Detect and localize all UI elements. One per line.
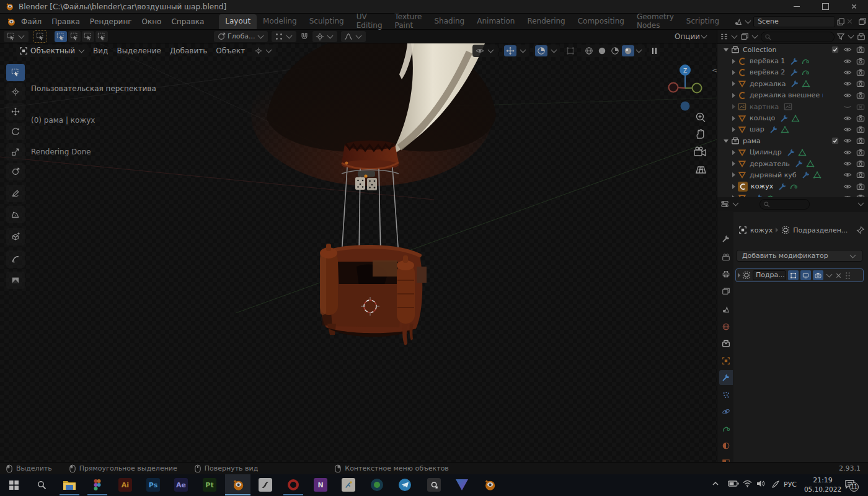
modifier-name-field[interactable]: Подра... (753, 270, 786, 280)
display-cage-toggle[interactable] (788, 270, 799, 280)
tab-render[interactable] (719, 250, 733, 265)
add-modifier-button[interactable]: Добавить модификатор (737, 250, 862, 262)
hide-viewport-icon[interactable] (843, 170, 852, 179)
menu-window[interactable]: Окно (142, 17, 162, 26)
select-mode-intersect-button[interactable] (95, 31, 108, 42)
breadcrumb-object[interactable]: кожух (750, 226, 773, 234)
display-render-toggle[interactable] (813, 270, 823, 280)
outliner-row-object[interactable]: верёвка 2 (717, 67, 868, 78)
pin-icon[interactable] (856, 226, 865, 234)
hidden-viewport-icon[interactable] (843, 102, 852, 111)
shading-material-button[interactable] (609, 45, 621, 56)
scene-selector[interactable]: Scene (734, 16, 853, 27)
hide-viewport-icon[interactable] (843, 45, 852, 54)
hide-viewport-icon[interactable] (843, 68, 852, 77)
shading-solid-button[interactable] (596, 45, 608, 56)
disable-render-icon[interactable] (856, 91, 865, 100)
add-cube-tool[interactable] (6, 228, 25, 246)
maximize-button[interactable] (811, 0, 839, 13)
select-mode-extend-button[interactable] (68, 31, 81, 42)
annotate-tool[interactable] (6, 185, 25, 202)
notification-center-icon[interactable]: 11 (844, 479, 856, 491)
taskbar-icon-painter[interactable]: Pt (202, 477, 217, 492)
tab-compositing[interactable]: Compositing (572, 14, 631, 29)
visibility-dropdown[interactable] (472, 45, 498, 57)
outliner-row-active-object[interactable]: кожух (717, 181, 868, 192)
taskbar-icon-app-gray[interactable] (341, 477, 356, 492)
tray-wifi-icon[interactable] (743, 480, 752, 489)
breadcrumb-modifier[interactable]: Подразделен... (793, 226, 848, 234)
display-realtime-toggle[interactable] (800, 270, 811, 280)
tab-sculpting[interactable]: Sculpting (303, 14, 350, 29)
tab-modeling[interactable]: Modeling (257, 14, 303, 29)
disable-render-icon[interactable] (856, 79, 865, 88)
tab-animation[interactable]: Animation (471, 14, 521, 29)
render-disabled-icon[interactable] (856, 102, 865, 111)
delete-modifier-icon[interactable] (835, 272, 842, 279)
3d-viewport[interactable]: Z < Объектный Вид Выделение Д (0, 43, 717, 462)
taskbar-icon-aftereffects[interactable]: Ae (174, 477, 188, 492)
taskbar-search-icon[interactable] (34, 477, 49, 492)
minimize-button[interactable] (782, 0, 811, 13)
properties-search-input[interactable] (760, 199, 810, 210)
outliner-row-collection[interactable]: Collection (717, 44, 868, 55)
tab-modifiers[interactable] (719, 370, 733, 385)
tray-clock[interactable]: 21:19 05.10.2022 (804, 476, 842, 494)
new-scene-icon[interactable] (836, 17, 845, 26)
select-mode-subtract-button[interactable] (82, 31, 94, 42)
outliner-row-object[interactable]: кольцо (717, 112, 868, 123)
tab-collection[interactable] (719, 336, 733, 351)
collapse-icon[interactable] (724, 140, 728, 143)
modifier-extras-dropdown[interactable] (826, 272, 833, 278)
shading-rendered-button[interactable] (622, 45, 634, 56)
show-gizmo-toggle[interactable] (502, 45, 529, 57)
viewport-menu-select[interactable]: Выделение (117, 46, 161, 55)
move-tool[interactable] (6, 103, 25, 120)
subdivision-modifier-panel[interactable]: Подра... (735, 268, 864, 282)
disable-render-icon[interactable] (856, 182, 865, 191)
collapse-icon[interactable] (724, 48, 728, 51)
taskbar-tile-blender-active[interactable] (225, 474, 250, 496)
exclude-checkbox[interactable] (831, 137, 839, 144)
tab-scripting[interactable]: Scripting (680, 14, 725, 29)
outliner-search-input[interactable] (761, 32, 835, 42)
disable-render-icon[interactable] (856, 57, 865, 66)
taskbar-icon-pureref[interactable] (427, 477, 441, 492)
disable-render-icon[interactable] (856, 114, 865, 123)
disable-render-icon[interactable] (856, 136, 865, 145)
outliner-row-object[interactable]: Цилиндр (717, 147, 868, 158)
taskbar-icon-zbrush[interactable] (258, 477, 273, 492)
expand-icon[interactable] (732, 59, 735, 64)
disable-render-icon[interactable] (856, 68, 865, 77)
tab-material[interactable] (719, 438, 733, 453)
new-collection-icon[interactable] (857, 32, 866, 41)
tray-chevron-icon[interactable] (712, 480, 719, 489)
outliner-row-object[interactable]: держалка внешнее ко (717, 90, 868, 101)
disable-render-icon[interactable] (856, 125, 865, 134)
menu-edit[interactable]: Правка (51, 17, 80, 26)
pause-render-button[interactable] (649, 45, 660, 57)
tab-rendering[interactable]: Rendering (521, 14, 571, 29)
snap-magnet-icon[interactable] (300, 32, 309, 41)
tray-pen-icon[interactable] (771, 480, 780, 490)
outliner-row-object[interactable]: верёвка 1 (717, 55, 868, 66)
hide-viewport-icon[interactable] (843, 125, 852, 134)
transform-orientation-dropdown[interactable]: Глоба... (214, 31, 268, 42)
select-mode-new-button[interactable] (55, 31, 67, 42)
properties-editor-icon[interactable] (720, 200, 729, 208)
taskbar-icon-explorer[interactable] (62, 477, 77, 492)
tray-volume-icon[interactable] (756, 480, 765, 489)
outliner-row-object[interactable]: шар (717, 124, 868, 135)
outliner-row-object[interactable]: держалка (717, 78, 868, 89)
editor-type-icon[interactable] (720, 32, 728, 41)
tab-particles[interactable] (719, 388, 733, 402)
tray-battery-icon[interactable] (728, 480, 739, 489)
tab-layout[interactable]: Layout (219, 14, 257, 29)
active-tool-dropdown[interactable] (4, 31, 29, 42)
select-box-tool[interactable] (6, 64, 25, 81)
menu-render[interactable]: Рендеринг (90, 17, 132, 26)
taskbar-icon-illustrator[interactable]: Ai (118, 477, 133, 492)
viewport-menu-add[interactable]: Добавить (170, 46, 207, 55)
blender-app-menu-icon[interactable] (6, 17, 16, 27)
taskbar-icon-app-green[interactable] (370, 477, 384, 492)
